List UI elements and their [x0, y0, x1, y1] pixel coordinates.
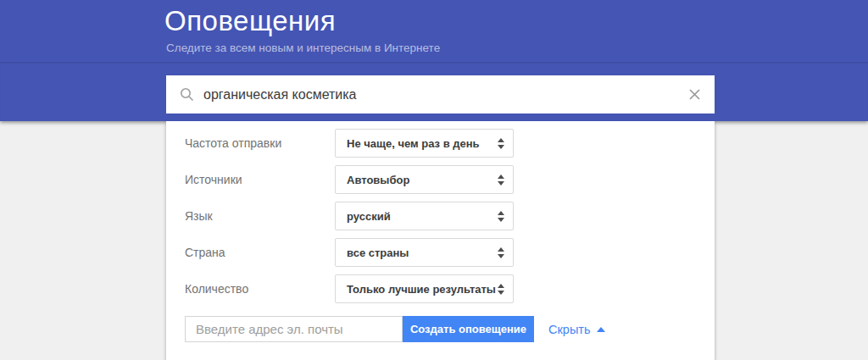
- search-input[interactable]: [203, 87, 688, 102]
- select-arrows-icon: [498, 174, 504, 186]
- quantity-select[interactable]: Только лучшие результаты: [335, 274, 514, 303]
- select-arrows-icon: [498, 211, 504, 222]
- language-select[interactable]: русский: [335, 202, 514, 230]
- page-subtitle: Следите за всем новым и интересным в Инт…: [166, 42, 440, 54]
- frequency-label: Частота отправки: [185, 136, 335, 150]
- app-header: Оповещения Следите за всем новым и интер…: [0, 0, 868, 121]
- collapse-up-icon: [597, 327, 605, 332]
- region-label: Страна: [185, 246, 335, 259]
- option-row-quantity: Количество Только лучшие результаты: [185, 274, 715, 303]
- email-actions-row: Создать оповещение Скрыть: [185, 316, 715, 342]
- language-label: Язык: [185, 209, 335, 223]
- search-icon: [180, 87, 194, 102]
- quantity-value: Только лучшие результаты: [347, 283, 496, 296]
- sources-select[interactable]: Автовыбор: [335, 165, 514, 194]
- sources-label: Источники: [185, 173, 335, 186]
- option-row-region: Страна все страны: [185, 238, 715, 267]
- alert-search-box: [166, 75, 715, 114]
- frequency-value: Не чаще, чем раз в день: [347, 137, 480, 150]
- close-icon[interactable]: [688, 88, 701, 101]
- email-field[interactable]: [185, 316, 403, 342]
- option-row-language: Язык русский: [185, 202, 715, 230]
- quantity-label: Количество: [185, 282, 335, 296]
- create-alert-button[interactable]: Создать оповещение: [403, 316, 534, 342]
- frequency-select[interactable]: Не чаще, чем раз в день: [335, 129, 514, 158]
- page-title: Оповещения: [164, 5, 336, 37]
- alert-options-card: Частота отправки Не чаще, чем раз в день…: [166, 121, 715, 360]
- hide-options-link[interactable]: Скрыть: [548, 323, 605, 336]
- hide-link-label: Скрыть: [548, 323, 591, 336]
- select-arrows-icon: [498, 247, 504, 258]
- sources-value: Автовыбор: [347, 174, 409, 186]
- language-value: русский: [347, 210, 391, 223]
- region-value: все страны: [347, 246, 409, 259]
- region-select[interactable]: все страны: [335, 238, 514, 267]
- option-row-sources: Источники Автовыбор: [185, 165, 715, 194]
- select-arrows-icon: [498, 284, 504, 295]
- select-arrows-icon: [498, 138, 504, 149]
- option-row-frequency: Частота отправки Не чаще, чем раз в день: [185, 129, 715, 158]
